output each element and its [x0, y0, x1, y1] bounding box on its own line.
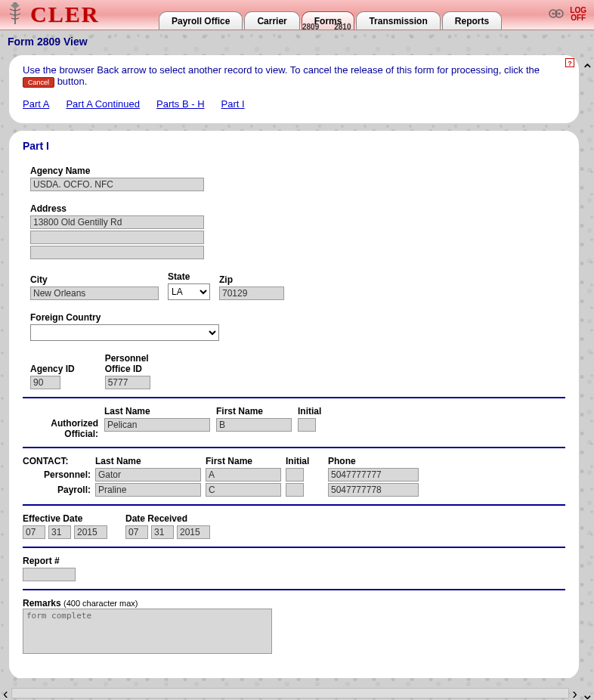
auth-label-l1: Authorized	[23, 418, 98, 429]
viewport: Form 2809 View ? Use the browser Back ar…	[0, 30, 594, 700]
divider	[23, 447, 565, 448]
part-i-title: Part I	[23, 140, 565, 152]
eff-mm[interactable]: 07	[23, 525, 45, 539]
auth-init-label: Initial	[298, 406, 321, 417]
auth-last-label: Last Name	[104, 406, 210, 417]
anchor-part-a[interactable]: Part A	[23, 98, 49, 110]
c-phone-label: Phone	[328, 456, 419, 466]
svg-point-5	[558, 12, 561, 14]
scroll-down-icon[interactable]: ⌄	[581, 689, 594, 699]
personnel-label: Personnel:	[23, 469, 91, 480]
auth-first-field[interactable]: B	[216, 418, 292, 432]
pers-phone-field[interactable]: 5047777777	[328, 468, 419, 482]
right-controls: LOG OFF	[549, 0, 594, 29]
agency-name-label: Agency Name	[30, 166, 565, 176]
tab-payroll-office[interactable]: Payroll Office	[159, 11, 243, 29]
address-label: Address	[30, 203, 565, 214]
remarks-label: Remarks	[23, 598, 61, 609]
payroll-label: Payroll:	[23, 485, 91, 495]
logoff-button[interactable]: LOG OFF	[570, 7, 586, 22]
instr-post: button.	[57, 76, 88, 87]
anchor-parts-b-h[interactable]: Parts B - H	[156, 98, 205, 110]
city-field[interactable]: New Orleans	[30, 287, 159, 300]
address2-field[interactable]	[30, 231, 204, 244]
anchors: Part A Part A Continued Parts B - H Part…	[23, 98, 565, 110]
zip-label: Zip	[219, 274, 284, 285]
logo-text: CLER	[30, 2, 99, 27]
tab-reports[interactable]: Reports	[442, 11, 502, 29]
instruction-box: ? Use the browser Back arrow to select a…	[9, 55, 579, 123]
poi-label-l2: Office ID	[105, 364, 150, 374]
agency-id-label: Agency ID	[30, 364, 75, 374]
city-label: City	[30, 274, 159, 285]
state-select[interactable]: LA	[168, 283, 210, 300]
c-last-label: Last Name	[95, 456, 201, 466]
page-title: Form 2809 View	[0, 31, 594, 52]
eff-date-label: Effective Date	[23, 513, 107, 524]
divider	[23, 547, 565, 548]
agency-id-field[interactable]: 90	[30, 376, 60, 389]
auth-init-field[interactable]	[298, 418, 316, 432]
recv-dd[interactable]: 31	[151, 525, 174, 539]
remarks-textarea[interactable]	[23, 609, 272, 654]
help-icon[interactable]: ?	[565, 58, 574, 67]
part-i-box: Part I Agency Name USDA. OCFO. NFC Addre…	[9, 131, 579, 678]
svg-point-4	[552, 12, 555, 14]
recv-date-label: Date Received	[125, 513, 210, 524]
topbar: CLER Payroll Office Carrier Forms Transm…	[0, 0, 594, 30]
state-label: State	[168, 271, 210, 282]
poi-label-l1: Personnel	[105, 353, 150, 364]
recv-mm[interactable]: 07	[125, 525, 148, 539]
pay-phone-field[interactable]: 5047777778	[328, 483, 419, 497]
contact-label: CONTACT:	[23, 456, 91, 466]
cancel-button[interactable]: Cancel	[23, 77, 54, 88]
report-field[interactable]	[23, 568, 76, 581]
pay-last-field[interactable]: Praline	[95, 483, 201, 497]
poi-field[interactable]: 5777	[105, 376, 150, 389]
divider	[23, 397, 565, 398]
logo-area: CLER	[0, 0, 159, 29]
report-label: Report #	[23, 556, 83, 566]
auth-label-l2: Official:	[23, 429, 98, 439]
c-first-label: First Name	[206, 456, 281, 466]
address1-field[interactable]: 13800 Old Gentilly Rd	[30, 215, 204, 229]
hscroll-track[interactable]	[11, 688, 570, 698]
remarks-hint: (400 character max)	[63, 599, 138, 608]
vertical-scroll[interactable]: ⌃ ⌄	[582, 64, 592, 699]
eff-dd[interactable]: 31	[48, 525, 71, 539]
zip-field[interactable]: 70129	[219, 287, 284, 300]
scroll-area: ? Use the browser Back arrow to select a…	[3, 52, 582, 678]
logoff-l2: OFF	[570, 14, 586, 22]
pers-last-field[interactable]: Gator	[95, 468, 201, 482]
tab-transmission[interactable]: Transmission	[356, 11, 440, 29]
instr-pre: Use the browser Back arrow to select ano…	[23, 64, 540, 76]
divider	[23, 589, 565, 590]
instruction-text: Use the browser Back arrow to select ano…	[23, 64, 540, 87]
divider	[23, 504, 565, 506]
address3-field[interactable]	[30, 246, 204, 259]
c-init-label: Initial	[286, 456, 323, 466]
pers-first-field[interactable]: A	[206, 468, 281, 482]
eff-yy[interactable]: 2015	[74, 525, 107, 539]
scroll-up-icon[interactable]: ⌃	[581, 64, 594, 75]
scroll-right-icon[interactable]: ›	[571, 688, 579, 698]
agency-name-field[interactable]: USDA. OCFO. NFC	[30, 178, 204, 191]
tab-carrier[interactable]: Carrier	[244, 11, 299, 29]
horizontal-scroll[interactable]: ‹ ›	[2, 686, 579, 700]
pers-init-field[interactable]	[286, 468, 304, 482]
auth-last-field[interactable]: Pelican	[104, 418, 210, 432]
gear-icon[interactable]	[549, 7, 564, 23]
foreign-label: Foreign Country	[30, 312, 565, 323]
pay-init-field[interactable]	[286, 483, 304, 497]
foreign-select[interactable]	[30, 324, 219, 341]
auth-first-label: First Name	[216, 406, 292, 417]
anchor-part-i[interactable]: Part I	[221, 98, 245, 110]
recv-yy[interactable]: 2015	[177, 525, 210, 539]
scroll-left-icon[interactable]: ‹	[2, 688, 10, 698]
anchor-part-a-cont[interactable]: Part A Continued	[66, 98, 140, 110]
pay-first-field[interactable]: C	[206, 483, 281, 497]
contact-grid: CONTACT: Last Name First Name Initial Ph…	[23, 456, 565, 497]
caduceus-icon	[5, 1, 26, 28]
